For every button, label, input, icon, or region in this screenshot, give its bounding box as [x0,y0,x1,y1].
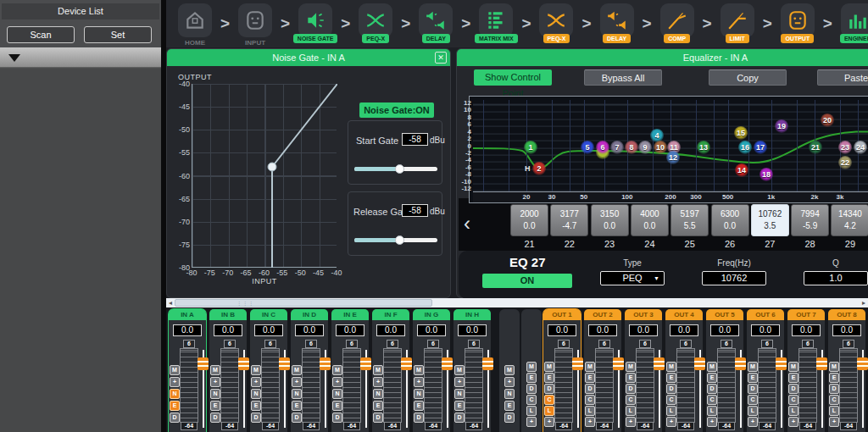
channel-gain-value[interactable]: 0.0 [295,324,324,336]
channel-button-N[interactable]: N [454,389,465,399]
paste-button[interactable]: Paste [817,69,868,86]
channel-gain-value[interactable]: 0.0 [588,324,617,336]
fader-handle[interactable] [320,357,331,370]
eq-control-point-7[interactable]: 7 [610,141,624,154]
channel-button-+[interactable]: + [454,377,465,387]
scan-button[interactable]: Scan [7,26,75,43]
channel-button-C[interactable]: C [526,395,537,405]
channel-button-D[interactable]: D [829,384,839,394]
engineer-eq-icon-tile[interactable] [841,3,868,37]
channel-header[interactable]: OUT 6 [747,309,784,320]
channel-button-D[interactable]: D [170,413,180,423]
channel-button-M[interactable]: M [788,362,798,372]
eq-control-point-5[interactable]: 5 [581,141,594,154]
channel-button-D[interactable]: D [626,384,636,394]
channel-button-N[interactable]: N [170,389,180,399]
release-gate-slider-knob[interactable] [395,235,404,245]
input-outlet-icon-tile[interactable] [238,3,272,37]
channel-button-D[interactable]: D [788,384,798,394]
toolbar-item-input[interactable]: INPUT [231,3,279,47]
channel-button-+[interactable]: + [544,417,554,427]
channel-button-N[interactable]: N [292,389,302,399]
eq-control-point-23[interactable]: 23 [838,141,852,154]
band-cell-21[interactable]: 20000.0 [510,204,548,236]
channel-header[interactable]: OUT 8 [828,309,865,320]
channel-button-+[interactable]: + [666,417,676,427]
channel-button-+[interactable]: + [251,377,261,387]
channel-button-C[interactable]: C [748,395,758,405]
channel-gain-value[interactable]: 0.0 [458,324,487,336]
eq-control-point-19[interactable]: 19 [775,119,788,133]
eq-q-field[interactable]: 1.0 [804,271,868,285]
channel-button-M[interactable]: M [454,365,465,375]
fader-handle[interactable] [198,357,209,370]
toolbar-item-delay[interactable]: DELAY [593,3,641,47]
horizontal-scrollbar[interactable]: ◂ ⋮⋮⋮ ▸ [166,298,868,307]
channel-gain-value[interactable]: 0.0 [670,324,698,336]
toolbar-item-peq-x[interactable]: PEQ-X [532,3,580,47]
channel-button-N[interactable]: N [210,389,220,399]
eq-control-point-20[interactable]: 20 [821,114,834,127]
channel-header[interactable]: OUT 5 [706,309,743,320]
fader-handle[interactable] [482,357,493,370]
channel-gain-value[interactable]: 0.0 [710,324,739,336]
delay-speakers-icon-tile[interactable] [419,3,453,37]
channel-header[interactable]: IN B [209,309,247,320]
fader-handle[interactable] [279,357,290,370]
start-gate-slider[interactable] [354,167,437,171]
channel-button-M[interactable]: M [170,365,180,375]
channel-gain-value[interactable]: 0.0 [254,324,283,336]
set-button[interactable]: Set [84,26,152,43]
channel-button-C[interactable]: C [544,395,554,405]
channel-button-+[interactable]: + [170,377,180,387]
channel-button-M[interactable]: M [585,362,595,372]
band-cell-23[interactable]: 31500.0 [591,204,629,236]
channel-header[interactable]: OUT 2 [584,309,621,320]
peq-x-icon-tile[interactable] [359,3,392,37]
show-control-point-button[interactable]: Show Control Point [474,69,552,86]
channel-gain-value[interactable]: 0.0 [376,324,405,336]
output-outlet-icon-tile[interactable] [781,3,815,37]
peq-x-icon-tile[interactable] [539,3,573,37]
channel-button-+[interactable]: + [504,377,515,387]
channel-button-N[interactable]: N [414,389,424,399]
band-cell-28[interactable]: 7994-5.9 [791,204,829,236]
channel-button-+[interactable]: + [332,377,342,387]
channel-button-E[interactable]: E [626,373,636,383]
scroll-right-icon[interactable]: ▸ [860,298,868,307]
band-table-prev-arrow[interactable]: ‹ [464,212,470,235]
toolbar-item-comp[interactable]: COMP [654,3,701,47]
toolbar-item-enginer[interactable]: ENGINER [834,3,868,47]
channel-button-+[interactable]: + [829,417,839,427]
toolbar-item-matrix-mix[interactable]: MATRIX MIX [472,3,520,47]
band-cell-26[interactable]: 63000.0 [711,204,749,236]
channel-header[interactable]: IN D [291,309,328,320]
channel-button-E[interactable]: E [707,373,717,383]
channel-header[interactable]: IN A [169,309,206,320]
channel-button-M[interactable]: M [748,362,758,372]
channel-button-N[interactable]: N [332,389,342,399]
channel-button-M[interactable]: M [829,362,839,372]
channel-button-D[interactable]: D [332,413,342,423]
eq-band-on-button[interactable]: ON [482,274,572,288]
channel-button-+[interactable]: + [210,377,220,387]
channel-button-E[interactable]: E [829,373,839,383]
close-icon[interactable]: ✕ [435,52,447,64]
scroll-left-icon[interactable]: ◂ [166,298,175,307]
noise-gate-speaker-icon-tile[interactable] [298,3,332,37]
eq-control-point-18[interactable]: 18 [760,168,773,181]
channel-button-+[interactable]: + [526,417,537,427]
channel-gain-value[interactable]: 0.0 [629,324,658,336]
channel-button-E[interactable]: E [544,373,554,383]
channel-button-M[interactable]: M [626,362,636,372]
eq-control-point-16[interactable]: 16 [738,141,752,154]
channel-button-D[interactable]: D [251,413,261,423]
eq-control-point-17[interactable]: 17 [754,141,767,154]
toolbar-item-peq-x[interactable]: PEQ-X [352,3,399,47]
channel-button-E[interactable]: E [504,401,515,411]
start-gate-slider-knob[interactable] [395,164,404,174]
channel-button-L[interactable]: L [666,406,676,416]
eq-control-point-8[interactable]: 8 [625,141,638,154]
matrix-mix-icon-tile[interactable] [479,3,513,37]
fader-handle[interactable] [694,357,705,370]
